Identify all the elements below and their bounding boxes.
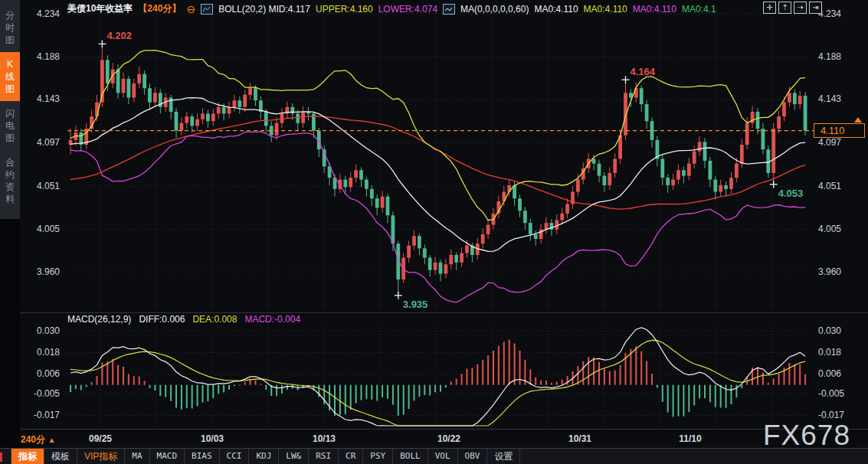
y-axis-right: 4.2344.1884.1434.0974.0514.0053.9600.030… [817,0,866,464]
toolbar-tab-CR[interactable]: CR [339,449,363,464]
toolbar-tab-PSY[interactable]: PSY [363,449,393,464]
y-axis-label: 3.960 [37,266,60,278]
y-axis-label: 4.188 [818,51,841,63]
candle-body [449,255,453,264]
candle-body [370,189,374,198]
toolbar-tab-KDJ[interactable]: KDJ [249,449,279,464]
toolbar-red-marker [0,453,2,462]
candle-body [439,263,443,274]
y-axis-label: 0.018 [818,347,841,358]
sidebar-tab-闪电图[interactable]: 闪电图 [0,101,20,150]
candle-body [565,204,569,214]
candle-body [365,180,368,189]
y-axis-label: 4.097 [37,137,60,149]
candle-body [713,180,717,192]
y-axis-label: 4.005 [818,224,841,235]
current-price-value: 4.110 [821,125,845,136]
candle-body [645,104,649,121]
candle-body [412,236,416,245]
macd-header: MACD(26,12,9) DIFF:0.006 DEA:0.008 MACD:… [67,314,300,325]
toolbar-tab-LW&[interactable]: LW& [279,449,309,464]
candle-body [211,113,215,121]
candle-body [354,170,358,178]
toolbar-tab-CCI[interactable]: CCI [220,449,250,464]
candle-body [375,198,379,207]
scale-right-icon[interactable]: ⇢ [794,2,807,14]
candle-body [650,121,654,140]
toolbar-tab-RSI[interactable]: RSI [309,449,339,464]
toolbar-tab-OBV[interactable]: OBV [458,449,488,464]
sidebar-tab-合约资料[interactable]: 合约资料 [0,150,20,211]
candle-body [275,123,279,136]
candle-body [217,107,221,114]
candle-body [116,70,120,93]
ma-values: MA0:4.110MA0:4.110MA0:4.110MA0:4.1 [534,4,716,15]
candle-body [640,88,644,104]
ma-chart-icon[interactable] [443,4,455,15]
candle-body [201,113,205,119]
candle-body [359,170,363,179]
candle-body [222,107,226,114]
toolbar-tab-VOL[interactable]: VOL [428,449,458,464]
chart-canvas[interactable]: 4.2023.9354.1644.053 [0,0,868,464]
candle-body [724,185,728,189]
collapse-indicator-icon[interactable]: ⊖ [186,4,195,15]
x-axis: 09/2510/0310/1310/2210/3111/10 [0,433,868,446]
candle-body [804,96,807,131]
sidebar-tab-K线图[interactable]: K线图 [0,52,20,101]
candle-body [608,173,611,185]
candle-body [228,107,231,114]
y-axis-label: 4.005 [37,224,60,235]
candle-body [798,96,802,104]
macd-params-readout: MACD(26,12,9) [67,314,131,325]
candle-body [248,88,252,95]
scale-up-icon[interactable]: ⇡ [778,2,791,14]
ma-value-readout: MA0:4.110 [633,4,676,15]
candle-body [106,60,110,83]
boll-chart-icon[interactable] [201,4,213,15]
candle-body [698,142,702,151]
toolbar-tab-BIAS[interactable]: BIAS [185,449,220,464]
candle-body [254,88,257,100]
detach-icon[interactable]: ⇥ [809,2,822,14]
sidebar-tabs: 分时图K线图闪电图合约资料 [0,0,20,219]
toolbar-tab-设置[interactable]: 设置 [487,449,520,464]
x-axis-label: 10/13 [313,433,336,444]
macd-diff-readout: DIFF:0.006 [139,314,185,325]
y-axis-label: 0.030 [818,325,841,337]
y-axis-label: 0.006 [818,368,841,380]
candle-body [460,253,463,262]
candle-body [671,180,675,185]
toolbar-tab-模板[interactable]: 模板 [44,449,77,464]
toolbar-tab-MACD[interactable]: MACD [150,449,185,464]
ma-params-readout: MA(0,0,0,0,0,60) [460,4,529,15]
toolbar-tab-VIP指标[interactable]: VIP指标 [77,449,125,464]
top-header: 美债10年收益率 【240分】 ⊖ BOLL(20,2) MID:4.117 U… [67,2,716,15]
candle-body [243,95,247,107]
candle-body [137,74,141,83]
candle-body [190,116,194,126]
candle-body [703,142,707,161]
candle-body [682,170,686,175]
crosshair-icon[interactable]: ✛ [763,2,776,14]
candle-body [153,93,157,102]
sidebar-tab-分时图[interactable]: 分时图 [0,3,20,52]
toolbar-tab-MA[interactable]: MA [125,449,149,464]
toolbar-tab-指标[interactable]: 指标 [11,449,44,464]
candle-body [206,113,210,121]
y-axis-label: 4.143 [818,93,841,105]
x-axis-label: 10/03 [201,433,224,444]
extreme-price-label: 4.202 [106,30,132,41]
ma-value-readout: MA0:4.110 [584,4,627,15]
candle-body [740,145,744,164]
macd-diff-line [70,328,805,426]
macd-dea-readout: DEA:0.008 [192,314,237,325]
candle-body [349,178,352,187]
sidebar: 分时图K线图闪电图合约资料 [0,0,20,464]
candle-body [771,129,775,173]
extreme-price-label: 4.053 [778,188,804,199]
toolbar-tab-BOLL[interactable]: BOLL [393,449,428,464]
candle-body [233,100,237,107]
candle-body [660,158,664,178]
candle-body [132,83,136,97]
